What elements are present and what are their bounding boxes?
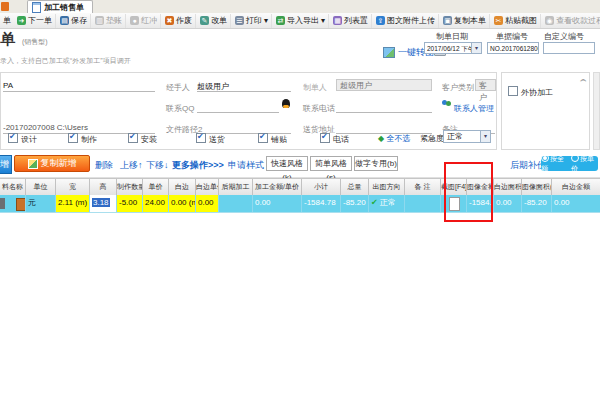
tab-quick-style[interactable]: 快速风格(k) <box>266 156 308 171</box>
urgency-label: 紧急度 <box>420 133 444 144</box>
col-process-amount[interactable]: 加工金额/单价 <box>253 179 302 195</box>
advance-account-button: ▥垫账 <box>92 14 126 28</box>
col-margin-area[interactable]: 白边面积(m2) <box>494 179 522 195</box>
scroll-strip[interactable] <box>593 72 600 150</box>
cell-unit[interactable]: 元 <box>26 195 56 212</box>
phone-field[interactable] <box>336 102 432 113</box>
checkbox-phone[interactable]: 电话 <box>320 133 349 145</box>
attachment-upload-button[interactable]: ⇪图文附件上传 <box>373 14 439 28</box>
checkbox-icon <box>128 133 138 143</box>
select-none-link[interactable]: ◆ 全不选 <box>378 133 410 144</box>
agent-field[interactable]: 超级用户 <box>197 81 291 92</box>
clipped-toolbar-button[interactable]: 单 <box>1 15 13 26</box>
checkbox-paste[interactable]: 铺贴 <box>258 133 287 145</box>
cell-qty[interactable]: -5.00 <box>117 195 143 212</box>
table-row[interactable]: 元 2.11 (m) 3.18 -5.00 24.00 0.00 (m) 0.0… <box>0 195 600 213</box>
customer-field[interactable]: PA <box>3 81 155 92</box>
move-down-link[interactable]: 下移↓ <box>146 159 169 172</box>
by-unit-radio[interactable]: 按单价 <box>571 154 598 174</box>
more-actions-link[interactable]: 更多操作>>> <box>172 159 224 172</box>
checkbox-deliver[interactable]: 送货 <box>196 133 225 145</box>
col-direction[interactable]: 出图方向 <box>369 179 405 195</box>
cell-direction[interactable]: ✔正常 <box>369 195 405 212</box>
col-total-qty[interactable]: 总量 <box>341 179 369 195</box>
apply-sample-link[interactable]: 申请样式 <box>228 159 264 172</box>
col-image-area[interactable]: 图像面积(m2) <box>522 179 552 195</box>
page-title-fragment: 单 <box>0 30 15 49</box>
cell-height-editing[interactable]: 3.18 <box>90 195 117 212</box>
page-hint: 录入，支持自己加工或“外发加工”项目调开 <box>0 56 131 66</box>
chevron-down-icon[interactable]: ▾ <box>480 131 490 142</box>
cell-process-amount[interactable]: 0.00 <box>253 195 302 212</box>
checkbox-install[interactable]: 安装 <box>128 133 157 145</box>
checkbox-icon <box>196 133 206 143</box>
checkbox-icon <box>68 133 78 143</box>
void-button[interactable]: ✖作废 <box>162 14 196 28</box>
account-icon: ▥ <box>95 16 104 25</box>
contact-qq-field[interactable] <box>197 102 279 113</box>
tab-simple-style[interactable]: 简单风格(s) <box>310 156 352 171</box>
cell-note[interactable] <box>405 195 441 212</box>
app-window: 加工销售单 单 ➜下一单 ▤保存 ▥垫账 ●红冲 ✖作废 ✎改单 ☰打印▾ ⇄导… <box>0 0 600 400</box>
date-combobox[interactable]: 2017/06/12 下午 12:1 ▾ <box>424 42 482 54</box>
collapse-icon[interactable]: ︽ <box>580 74 587 84</box>
customer-category-label: 客户类别 <box>442 82 474 93</box>
col-width[interactable]: 宽 <box>56 179 90 195</box>
cell-post-process[interactable] <box>219 195 253 212</box>
cell-width[interactable]: 2.11 (m) <box>56 195 90 212</box>
cell-subtotal[interactable]: -1584.78 <box>302 195 341 212</box>
col-qty[interactable]: 制作数量 <box>117 179 143 195</box>
qq-icon[interactable] <box>282 99 290 108</box>
import-export-button[interactable]: ⇄导入导出▾ <box>273 14 329 28</box>
copy-add-button[interactable]: 复制新增 <box>14 155 90 172</box>
printer-icon: ☰ <box>235 16 244 25</box>
col-note[interactable]: 备 注 <box>405 179 441 195</box>
cell-image-area[interactable]: -85.20 <box>522 195 552 212</box>
cell-total-qty[interactable]: -85.20 <box>341 195 369 212</box>
order-no-field[interactable]: NO.201706128002 <box>487 42 539 54</box>
cell-margin-area[interactable]: 0.00 <box>494 195 522 212</box>
cell-margin-price[interactable]: 0.00 <box>196 195 219 212</box>
col-unit[interactable]: 单位 <box>26 179 56 195</box>
col-post-process[interactable]: 后期加工 <box>219 179 253 195</box>
col-subtotal[interactable]: 小计 <box>302 179 341 195</box>
custom-no-field[interactable] <box>543 42 595 54</box>
cell-margin-amount[interactable]: 0.00 <box>552 195 600 212</box>
date-label: 制单日期 <box>436 31 468 42</box>
save-button[interactable]: ▤保存 <box>57 14 91 28</box>
move-up-link[interactable]: 上移↑ <box>120 159 143 172</box>
chevron-down-icon[interactable]: ▾ <box>471 43 481 53</box>
tab-processing-sales-order[interactable]: 加工销售单 <box>27 0 93 13</box>
delete-line-link[interactable]: 删除 <box>95 159 113 172</box>
cell-material-name[interactable] <box>0 195 26 212</box>
next-order-button[interactable]: ➜下一单 <box>14 14 56 28</box>
by-total-radio[interactable]: 按全额 <box>541 154 568 174</box>
view-payment-process-button: ◉查看收款过程 <box>542 14 600 28</box>
outsource-checkbox[interactable]: 外协加工 <box>508 86 553 98</box>
col-margin-amount[interactable]: 白边金额 <box>552 179 600 195</box>
col-price[interactable]: 单价 <box>143 179 169 195</box>
phone-label: 联系电话 <box>303 103 335 114</box>
cell-price[interactable]: 24.00 <box>143 195 169 212</box>
checkbox-design[interactable]: 设计 <box>8 133 37 145</box>
contacts-manage-link[interactable]: 联系人管理 <box>454 103 494 114</box>
add-line-button-clipped[interactable]: 增 <box>0 155 12 174</box>
paste-screenshot-button[interactable]: ✂粘贴截图 <box>491 14 541 28</box>
print-button[interactable]: ☰打印▾ <box>232 14 272 28</box>
tab-lettering-style[interactable]: 做字专用(b) <box>354 156 398 171</box>
clipped-tab-icon[interactable] <box>1 2 9 11</box>
checkbox-make[interactable]: 制作 <box>68 133 97 145</box>
col-material-name[interactable]: 料名称 <box>0 179 26 195</box>
urgency-select[interactable]: 正常 ▾ <box>443 130 491 143</box>
cell-margin[interactable]: 0.00 (m) <box>169 195 196 212</box>
copy-add-icon <box>28 159 38 169</box>
copy-order-button[interactable]: ▣复制本单 <box>440 14 490 28</box>
col-margin[interactable]: 白边 <box>169 179 196 195</box>
col-height[interactable]: 高 <box>90 179 117 195</box>
main-toolbar: 单 ➜下一单 ▤保存 ▥垫账 ●红冲 ✖作废 ✎改单 ☰打印▾ ⇄导入导出▾ ▦… <box>0 13 600 29</box>
list-config-button[interactable]: ▦列表置 <box>330 14 372 28</box>
tab-label: 加工销售单 <box>44 2 84 13</box>
custom-no-label: 自定义编号 <box>544 31 584 42</box>
col-margin-price[interactable]: 白边单价 <box>196 179 219 195</box>
modify-order-button[interactable]: ✎改单 <box>197 14 231 28</box>
